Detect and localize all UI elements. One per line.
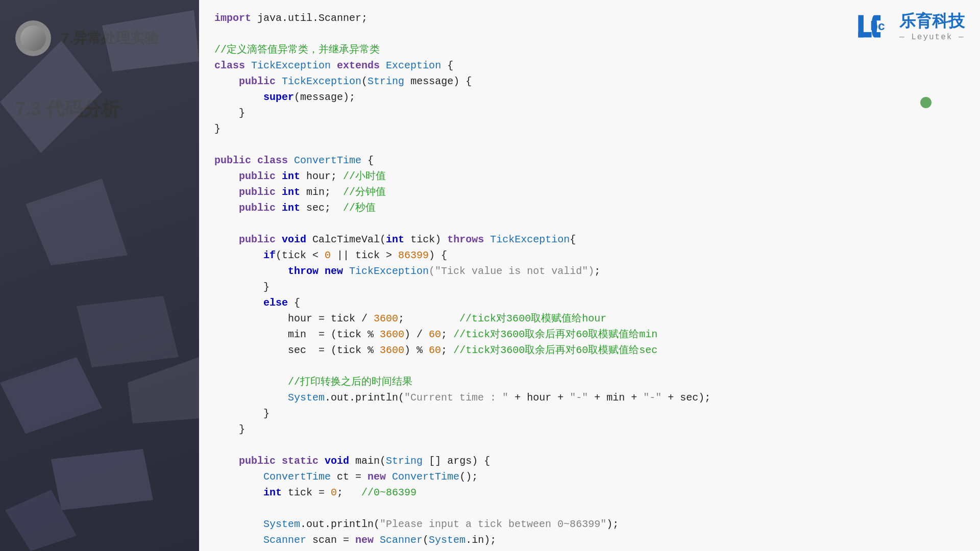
sidebar: 7.异常处理实验 7.3 代码分析 xyxy=(0,0,199,551)
logo-name: 乐育科技 xyxy=(899,10,965,33)
sidebar-logo-icon xyxy=(15,20,51,56)
code-block: import java.util.Scanner; //定义滴答值异常类，并继承… xyxy=(214,10,965,551)
logo-icon: bc xyxy=(856,12,892,40)
main-content: import java.util.Scanner; //定义滴答值异常类，并继承… xyxy=(199,0,980,551)
svg-marker-5 xyxy=(102,10,199,71)
svg-marker-2 xyxy=(77,296,179,367)
cursor-dot xyxy=(920,97,932,108)
svg-marker-3 xyxy=(0,357,102,434)
svg-marker-0 xyxy=(0,41,102,153)
logo-text: 乐育科技 — Leyutek — xyxy=(899,10,965,42)
svg-marker-1 xyxy=(26,179,128,265)
logo-sub: — Leyutek — xyxy=(899,33,965,42)
svg-marker-4 xyxy=(51,449,153,510)
svg-marker-7 xyxy=(128,357,199,423)
logo-area: bc 乐育科技 — Leyutek — xyxy=(856,10,965,42)
svg-text:bc: bc xyxy=(870,18,885,32)
svg-rect-9 xyxy=(858,32,871,37)
code-area: import java.util.Scanner; //定义滴答值异常类，并继承… xyxy=(199,0,980,551)
